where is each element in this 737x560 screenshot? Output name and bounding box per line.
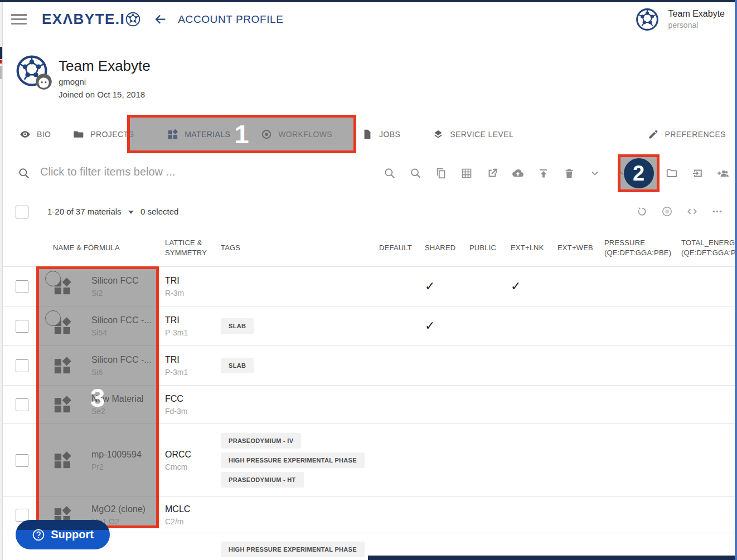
- tab-jobs-label: JOBS: [379, 130, 400, 139]
- table-header-row: NAME & FORMULA LATTICE &SYMMETRY TAGS DE…: [0, 230, 737, 267]
- row-checkbox[interactable]: [16, 280, 28, 293]
- tab-preferences[interactable]: PREFERENCES: [648, 115, 726, 153]
- exabyte-logo[interactable]: EXΛBYTE.I: [42, 11, 140, 28]
- search-again-icon[interactable]: [409, 167, 421, 179]
- profile-section: Team Exabyte gmogni Joined on Oct 15, 20…: [0, 36, 737, 115]
- annotation-box-3: 3: [36, 266, 159, 528]
- account-switcher[interactable]: Team Exabyte personal: [636, 8, 725, 31]
- tag-chip: SLAB: [221, 318, 254, 334]
- annotation-number-1: 1: [234, 121, 249, 147]
- tab-preferences-label: PREFERENCES: [665, 130, 726, 139]
- tag-chip: HIGH PRESSURE EXPERIMENTAL PHASE: [221, 452, 365, 468]
- account-name: Team Exabyte: [668, 9, 725, 19]
- profile-tabs: BIO PROJECTS MATERIALS WORKFLOWS JOBS SE…: [0, 115, 737, 154]
- window-top-bar: [0, 0, 737, 2]
- row-checkbox[interactable]: [16, 509, 28, 522]
- account-avatar: [636, 8, 659, 31]
- left-edge-artifact-gray: [0, 66, 2, 79]
- list-action-icons: [636, 193, 723, 230]
- import-icon[interactable]: [691, 167, 704, 179]
- cloud-upload-icon[interactable]: [512, 167, 524, 179]
- code-icon[interactable]: [686, 206, 698, 217]
- filter-input[interactable]: Click to filter items below ...: [40, 165, 352, 178]
- back-arrow-icon[interactable]: [153, 12, 168, 27]
- col-ext-lnk[interactable]: EXT+LNK: [511, 243, 557, 253]
- lattice-type: TRI: [165, 355, 221, 365]
- pause-icon[interactable]: [661, 206, 673, 217]
- more-icon[interactable]: [711, 206, 723, 217]
- col-public[interactable]: PUBLIC: [469, 243, 511, 253]
- atom-icon: [125, 12, 140, 27]
- profile-name: Team Exabyte: [59, 57, 151, 75]
- symmetry-group: R-3m: [165, 289, 221, 298]
- profile-username: gmogni: [59, 77, 86, 86]
- annotation-number-3: 3: [90, 384, 105, 411]
- row-checkbox[interactable]: [16, 359, 28, 372]
- menu-icon[interactable]: [11, 14, 27, 25]
- account-type: personal: [668, 21, 725, 30]
- tab-service-level-label: SERVICE LEVEL: [450, 130, 513, 139]
- layers-icon: [433, 129, 444, 140]
- search-icon[interactable]: [384, 167, 396, 179]
- annotation-box-1: 1: [127, 115, 356, 153]
- symmetry-group: Fd-3m: [165, 407, 221, 416]
- support-label: Support: [51, 528, 94, 541]
- tab-service-level[interactable]: SERVICE LEVEL: [433, 115, 513, 153]
- select-all-checkbox[interactable]: [16, 206, 28, 218]
- profile-avatar: [16, 55, 48, 87]
- col-default[interactable]: DEFAULT: [379, 243, 425, 253]
- symmetry-group: P-3m1: [165, 328, 221, 337]
- page-title: ACCOUNT PROFILE: [178, 13, 283, 26]
- materials-count-dropdown[interactable]: 1-20 of 37 materials: [47, 207, 134, 216]
- materials-toolbar: [384, 153, 729, 193]
- list-controls: 1-20 of 37 materials 0 selected: [0, 193, 737, 230]
- tab-jobs[interactable]: JOBS: [362, 115, 400, 153]
- window-bottom-bar: [368, 556, 737, 560]
- tab-bio[interactable]: BIO: [20, 115, 51, 153]
- open-in-new-icon[interactable]: [486, 167, 498, 179]
- col-pressure[interactable]: PRESSURE(QE:DFT:GGA:PBE): [604, 238, 681, 258]
- tag-chip: PRASEODYMIUM - HT: [221, 472, 304, 488]
- folder-open-icon[interactable]: [666, 167, 678, 179]
- lattice-type: TRI: [165, 315, 221, 325]
- tag-chip: SLAB: [221, 358, 254, 373]
- delete-icon[interactable]: [563, 167, 575, 179]
- col-lattice-symmetry[interactable]: LATTICE &SYMMETRY: [165, 238, 221, 258]
- caret-down-icon: [128, 211, 134, 214]
- app-header: EXΛBYTE.I ACCOUNT PROFILE Team Exabyte p…: [0, 2, 737, 37]
- support-button[interactable]: Support: [16, 520, 110, 549]
- left-edge-artifact-navy: [0, 47, 2, 59]
- eye-icon: [20, 129, 31, 140]
- col-total-energy[interactable]: TOTAL_ENERGY(QE:DFT:GGA:PBE): [681, 238, 737, 258]
- col-name-formula[interactable]: NAME & FORMULA: [36, 243, 165, 253]
- row-checkbox[interactable]: [16, 320, 28, 333]
- tab-bio-label: BIO: [37, 130, 51, 139]
- logo-text: EXΛBYTE.I: [42, 11, 125, 28]
- row-checkbox[interactable]: [16, 398, 28, 411]
- materials-count-label: 1-20 of 37 materials: [47, 207, 122, 216]
- search-icon: [18, 167, 30, 179]
- col-ext-web[interactable]: EXT+WEB: [557, 243, 604, 253]
- question-icon: [32, 528, 45, 542]
- folder-icon: [73, 129, 84, 140]
- row-checkbox[interactable]: [16, 454, 28, 467]
- grid-view-icon[interactable]: [460, 167, 473, 179]
- add-users-icon[interactable]: [717, 167, 729, 179]
- upload-icon[interactable]: [537, 167, 550, 179]
- col-shared[interactable]: SHARED: [425, 243, 469, 253]
- window-right-edge: [735, 0, 737, 560]
- refresh-icon[interactable]: [636, 206, 648, 217]
- copy-icon[interactable]: [435, 167, 447, 179]
- tag-chip: HIGH PRESSURE EXPERIMENTAL PHASE: [221, 542, 365, 557]
- shared-checkmark: ✓: [425, 279, 435, 293]
- symmetry-group: P-3m1: [165, 368, 221, 377]
- shared-checkmark: ✓: [425, 319, 435, 333]
- symmetry-group: Cmcm: [165, 462, 221, 471]
- tab-projects[interactable]: PROJECTS: [73, 115, 134, 153]
- selected-count: 0 selected: [140, 207, 178, 216]
- col-tags[interactable]: TAGS: [221, 243, 379, 253]
- document-icon: [362, 129, 373, 140]
- chevron-down-icon[interactable]: [589, 167, 601, 179]
- window-left-edge: [0, 2, 3, 560]
- profile-joined-date: Joined on Oct 15, 2018: [59, 90, 145, 99]
